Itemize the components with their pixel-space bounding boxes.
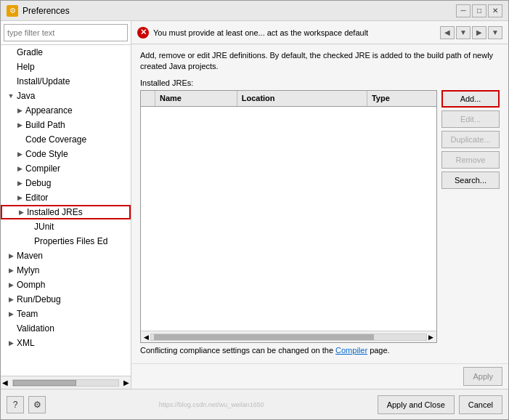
tree-label-validation: Validation xyxy=(17,323,54,334)
tree-label-build-path: Build Path xyxy=(25,120,65,130)
tree-item-validation[interactable]: Validation xyxy=(1,321,131,336)
tree-container: GradleHelpInstall/Update▼Java▶Appearance… xyxy=(1,45,131,376)
jre-table: Name Location Type ◀ xyxy=(140,90,437,343)
help-button[interactable]: ? xyxy=(7,396,24,413)
tree-arrow-java: ▼ xyxy=(7,92,15,100)
title-bar-left: ⚙ Preferences xyxy=(7,5,70,17)
left-scrollbar-area: ◀ ▶ xyxy=(1,376,131,389)
close-button[interactable]: ✕ xyxy=(488,4,502,17)
maximize-button[interactable]: □ xyxy=(472,4,486,17)
table-scrollbar-thumb xyxy=(154,334,374,340)
th-checkbox xyxy=(141,91,155,106)
th-type: Type xyxy=(367,91,436,106)
remove-button[interactable]: Remove xyxy=(441,151,500,169)
tree-item-team[interactable]: ▶Team xyxy=(1,307,131,321)
tree-item-junit[interactable]: JUnit xyxy=(1,219,131,234)
main-content: GradleHelpInstall/Update▼Java▶Appearance… xyxy=(1,21,508,389)
tree-arrow-oomph: ▶ xyxy=(7,280,15,289)
tree-item-code-coverage[interactable]: Code Coverage xyxy=(1,132,131,147)
tree-label-mylyn: Mylyn xyxy=(17,265,39,275)
tree-item-java[interactable]: ▼Java xyxy=(1,89,131,103)
bottom-info: Conflicting compliance settings can be c… xyxy=(140,343,500,358)
tree-arrow-build-path: ▶ xyxy=(15,121,24,129)
content-area: Add, remove or edit JRE definitions. By … xyxy=(131,44,508,363)
tree-label-installed-jres: Installed JREs xyxy=(27,207,83,217)
tree-arrow-team: ▶ xyxy=(7,310,15,318)
add-button[interactable]: Add... xyxy=(441,90,500,108)
right-panel: ✕ You must provide at least one... act a… xyxy=(131,21,508,389)
scroll-table-right[interactable]: ▶ xyxy=(427,334,435,341)
tree-item-gradle[interactable]: Gradle xyxy=(1,45,131,60)
filter-input[interactable] xyxy=(4,24,128,41)
installed-jres-label: Installed JREs: xyxy=(140,78,500,87)
preferences-window: ⚙ Preferences ─ □ ✕ GradleHelpInstall/Up… xyxy=(0,0,509,420)
search-button[interactable]: Search... xyxy=(441,171,500,189)
scroll-left-arrow[interactable]: ◀ xyxy=(1,379,9,387)
scroll-table-left[interactable]: ◀ xyxy=(142,334,150,341)
edit-button[interactable]: Edit... xyxy=(441,110,500,128)
tree-label-junit: JUnit xyxy=(34,222,54,232)
tree-arrow-xml: ▶ xyxy=(7,339,15,347)
tree-arrow-code-style: ▶ xyxy=(15,150,24,158)
table-body xyxy=(141,107,436,331)
apply-button[interactable]: Apply xyxy=(463,367,502,386)
bottom-info-suffix: page. xyxy=(367,346,390,355)
tree-label-compiler: Compiler xyxy=(25,163,60,174)
th-location: Location xyxy=(237,91,367,106)
horizontal-scrollbar[interactable] xyxy=(12,379,119,387)
tree-item-compiler[interactable]: ▶Compiler xyxy=(1,161,131,176)
nav-dropdown-button[interactable]: ▼ xyxy=(456,26,471,39)
tree-label-run-debug: Run/Debug xyxy=(17,294,61,304)
tree-item-build-path[interactable]: ▶Build Path xyxy=(1,118,131,132)
tree-arrow-debug: ▶ xyxy=(15,179,24,187)
nav-arrows: ◀ ▼ ▶ ▼ xyxy=(440,26,502,39)
left-panel: GradleHelpInstall/Update▼Java▶Appearance… xyxy=(1,21,131,389)
tree-item-code-style[interactable]: ▶Code Style xyxy=(1,147,131,161)
nav-back-button[interactable]: ◀ xyxy=(440,26,455,39)
table-hscrollbar[interactable] xyxy=(150,334,427,341)
tree-label-code-coverage: Code Coverage xyxy=(25,134,86,145)
th-name: Name xyxy=(155,91,237,106)
nav-forward-dropdown-button[interactable]: ▼ xyxy=(488,26,502,39)
tree-label-java: Java xyxy=(17,91,35,101)
tree-item-debug[interactable]: ▶Debug xyxy=(1,176,131,190)
minimize-button[interactable]: ─ xyxy=(456,4,471,17)
tree-label-debug: Debug xyxy=(25,178,51,188)
nav-forward-button[interactable]: ▶ xyxy=(472,26,486,39)
title-controls: ─ □ ✕ xyxy=(456,4,502,17)
table-header: Name Location Type xyxy=(141,91,436,107)
tree-item-appearance[interactable]: ▶Appearance xyxy=(1,103,131,118)
duplicate-button[interactable]: Duplicate... xyxy=(441,131,500,148)
footer-right: Apply and Close Cancel xyxy=(378,395,502,414)
preferences-button[interactable]: ⚙ xyxy=(28,396,46,413)
error-message: You must provide at least one... act as … xyxy=(153,28,436,37)
tree-item-xml[interactable]: ▶XML xyxy=(1,336,131,350)
apply-area: Apply xyxy=(131,363,508,389)
title-bar: ⚙ Preferences ─ □ ✕ xyxy=(1,1,508,21)
tree-arrow-compiler: ▶ xyxy=(15,164,24,173)
tree-item-mylyn[interactable]: ▶Mylyn xyxy=(1,263,131,278)
tree-arrow-junit xyxy=(24,222,33,231)
compiler-link[interactable]: Compiler xyxy=(335,346,367,355)
tree-item-maven[interactable]: ▶Maven xyxy=(1,249,131,263)
tree-item-installed-jres[interactable]: ▶Installed JREs xyxy=(1,205,131,219)
apply-and-close-button[interactable]: Apply and Close xyxy=(378,395,455,414)
tree-item-oomph[interactable]: ▶Oomph xyxy=(1,278,131,292)
cancel-button[interactable]: Cancel xyxy=(459,395,502,414)
tree-item-run-debug[interactable]: ▶Run/Debug xyxy=(1,292,131,307)
window-title: Preferences xyxy=(23,6,70,16)
tree-arrow-properties-files xyxy=(24,237,33,246)
tree-label-oomph: Oomph xyxy=(17,280,45,290)
tree-arrow-install-update xyxy=(7,77,15,86)
tree-item-help[interactable]: Help xyxy=(1,60,131,74)
scroll-right-arrow[interactable]: ▶ xyxy=(122,379,131,387)
tree-arrow-validation xyxy=(7,324,15,333)
table-footer: ◀ ▶ xyxy=(141,331,436,342)
tree-arrow-gradle xyxy=(7,48,15,57)
tree-item-install-update[interactable]: Install/Update xyxy=(1,74,131,89)
tree-item-properties-files[interactable]: Properties Files Ed xyxy=(1,234,131,249)
tree-label-help: Help xyxy=(17,62,35,72)
tree-item-editor[interactable]: ▶Editor xyxy=(1,190,131,205)
table-action-buttons: Add... Edit... Duplicate... Remove Searc… xyxy=(441,90,500,343)
tree-label-editor: Editor xyxy=(25,193,48,203)
